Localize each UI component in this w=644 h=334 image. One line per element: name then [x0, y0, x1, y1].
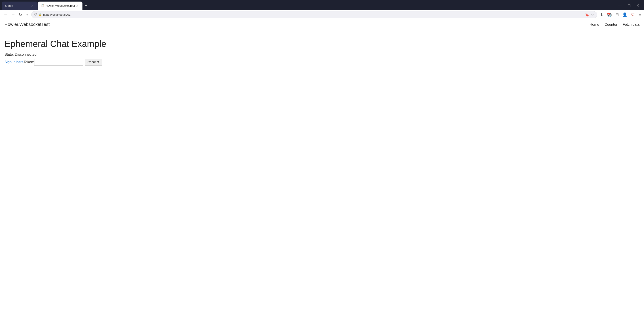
back-button[interactable]: ← — [2, 12, 10, 18]
forward-button[interactable]: → — [10, 12, 17, 18]
token-input[interactable] — [34, 59, 83, 66]
nav-home[interactable]: Home — [590, 23, 599, 27]
page-title: Ephemeral Chat Example — [4, 39, 640, 49]
tab-howler-close[interactable]: ✕ — [75, 3, 79, 8]
star-button[interactable]: ☆ — [590, 13, 594, 17]
app-brand: Howler.WebsocketTest — [4, 22, 50, 27]
tab-signin-close[interactable]: ✕ — [30, 3, 34, 8]
maximize-button[interactable]: □ — [625, 2, 633, 10]
state-text: State: Disconnected — [4, 53, 640, 57]
tab-bar: Signin ✕ 📋 Howler.WebsocketTest ✕ + — □ … — [0, 0, 644, 10]
shield-small-icon: 🛡 — [34, 13, 37, 16]
url-bar-actions: ··· 🔖 ☆ — [580, 13, 594, 17]
home-button[interactable]: ⌂ — [24, 12, 30, 18]
url-bar[interactable]: 🛡 🔒 https://localhost:5001 ··· 🔖 ☆ — [31, 11, 598, 18]
address-bar: ← → ↻ ⌂ 🛡 🔒 https://localhost:5001 ··· 🔖… — [0, 10, 644, 19]
close-window-button[interactable]: ✕ — [634, 2, 642, 10]
state-value: Disconnected — [15, 53, 36, 56]
app-main: Ephemeral Chat Example State: Disconnect… — [0, 30, 644, 75]
minimize-button[interactable]: — — [616, 2, 625, 10]
refresh-button[interactable]: ↻ — [17, 12, 24, 18]
menu-button[interactable]: ≡ — [637, 12, 642, 18]
toolbar-actions: ⬇ 📚 ⊟ 👤 🛡 ≡ — [599, 12, 642, 18]
connect-row: Sign in here Token: Connect — [4, 59, 640, 66]
new-tab-button[interactable]: + — [83, 2, 89, 9]
nav-counter[interactable]: Counter — [604, 23, 617, 27]
app-nav: Home Counter Fetch data — [590, 23, 640, 27]
app-content: Howler.WebsocketTest Home Counter Fetch … — [0, 19, 644, 75]
tab-howler[interactable]: 📋 Howler.WebsocketTest ✕ — [38, 2, 82, 10]
url-text: https://localhost:5001 — [43, 13, 578, 16]
library-button[interactable]: 📚 — [606, 12, 613, 18]
download-button[interactable]: ⬇ — [599, 12, 605, 18]
tab-howler-icon: 📋 — [41, 4, 44, 7]
nav-fetch-data[interactable]: Fetch data — [622, 23, 640, 27]
browser-chrome: Signin ✕ 📋 Howler.WebsocketTest ✕ + — □ … — [0, 0, 644, 19]
tab-howler-label: Howler.WebsocketTest — [46, 4, 75, 7]
sign-in-link[interactable]: Sign in here — [4, 60, 24, 64]
profile-button[interactable]: 👤 — [621, 12, 628, 18]
token-label: Token: — [24, 60, 34, 64]
lock-icon: 🔒 — [38, 13, 42, 16]
tab-signin-label: Signin — [5, 4, 13, 7]
app-header: Howler.WebsocketTest Home Counter Fetch … — [0, 19, 644, 30]
more-options-button[interactable]: ··· — [580, 13, 584, 17]
sidebar-button[interactable]: ⊟ — [614, 12, 620, 18]
connect-button[interactable]: Connect — [85, 59, 102, 66]
shield-button[interactable]: 🛡 — [630, 12, 636, 18]
tab-signin[interactable]: Signin ✕ — [2, 2, 38, 10]
state-label: State: — [4, 53, 14, 56]
pocket-button[interactable]: 🔖 — [584, 13, 589, 17]
window-controls: — □ ✕ — [616, 2, 642, 10]
